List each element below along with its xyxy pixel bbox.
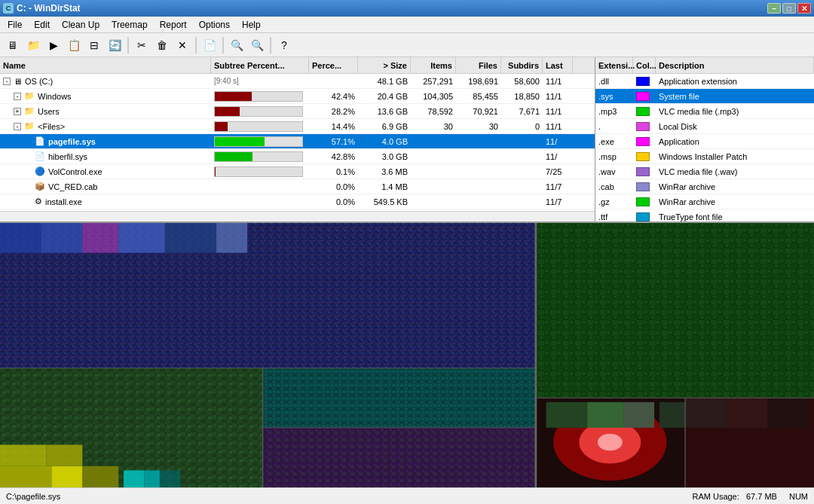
ext-color bbox=[633, 209, 656, 221]
subdirs-cell bbox=[501, 194, 543, 209]
subdirs-cell bbox=[501, 149, 543, 163]
expand-button[interactable]: - bbox=[14, 93, 21, 100]
svg-rect-27 bbox=[587, 402, 623, 428]
col-header-size[interactable]: > Size bbox=[358, 57, 411, 73]
toolbar-button-13[interactable]: 🔍 bbox=[227, 35, 246, 55]
menu-item-edit[interactable]: Edit bbox=[28, 17, 56, 32]
ext-row[interactable]: .cabWinRar archive bbox=[595, 179, 814, 194]
menu-item-file[interactable]: File bbox=[2, 17, 28, 32]
tree-row[interactable]: ⚙install.exe0.0%549.5 KB11/7 bbox=[0, 194, 595, 209]
tree-row[interactable]: 🔵VolControl.exe0.1%3.6 MB7/25 bbox=[0, 164, 595, 179]
toolbar-button-16[interactable]: ? bbox=[274, 35, 294, 55]
toolbar-button-3[interactable]: 📋 bbox=[64, 35, 84, 55]
toolbar-button-1[interactable]: 📁 bbox=[23, 35, 43, 55]
menu-item-options[interactable]: Options bbox=[193, 17, 236, 32]
col-header-subdirs[interactable]: Subdirs bbox=[501, 57, 543, 73]
ext-list-header: Extensi... Col... Description bbox=[595, 57, 814, 74]
ext-row[interactable]: .wavVLC media file (.wav) bbox=[595, 164, 814, 179]
file-name: pagefile.sys bbox=[48, 137, 96, 146]
menu-item-clean-up[interactable]: Clean Up bbox=[56, 17, 106, 32]
ext-desc: Local Disk bbox=[656, 119, 814, 133]
size-cell: 6.9 GB bbox=[358, 119, 411, 133]
subtree-bar-container bbox=[214, 136, 303, 147]
toolbar-button-8[interactable]: 🗑 bbox=[152, 35, 172, 55]
title-bar: C C: - WinDirStat – □ ✕ bbox=[0, 0, 814, 17]
treemap-area[interactable] bbox=[0, 223, 814, 487]
expand-button[interactable]: - bbox=[14, 123, 21, 130]
tree-row[interactable]: 📦VC_RED.cab0.0%1.4 MB11/7 bbox=[0, 179, 595, 194]
toolbar-button-0[interactable]: 🖥 bbox=[3, 35, 23, 55]
tree-row[interactable]: 📄hiberfil.sys42.8%3.0 GB11/ bbox=[0, 149, 595, 164]
ext-row[interactable]: .ttfTrueType font file bbox=[595, 209, 814, 221]
minimize-button[interactable]: – bbox=[767, 3, 781, 14]
ext-row[interactable]: .mspWindows Installer Patch bbox=[595, 149, 814, 164]
ext-row[interactable]: .sysSystem file bbox=[595, 89, 814, 104]
pct-cell bbox=[309, 74, 358, 88]
col-header-pct[interactable]: Perce... bbox=[309, 57, 358, 73]
ext-desc: WinRar archive bbox=[656, 194, 814, 209]
subtree-bar-fill bbox=[215, 92, 252, 101]
ext-name: .mp3 bbox=[595, 104, 633, 118]
toolbar-button-11[interactable]: 📄 bbox=[200, 35, 219, 55]
close-button[interactable]: ✕ bbox=[797, 3, 811, 14]
ext-row[interactable]: .exeApplication bbox=[595, 134, 814, 149]
toolbar-button-5[interactable]: 🔄 bbox=[105, 35, 124, 55]
pct-cell: 0.1% bbox=[309, 164, 358, 179]
toolbar-button-7[interactable]: ✂ bbox=[132, 35, 151, 55]
maximize-button[interactable]: □ bbox=[782, 3, 796, 14]
ext-name: .gz bbox=[595, 194, 633, 209]
subdirs-cell bbox=[501, 179, 543, 194]
svg-rect-15 bbox=[0, 223, 41, 253]
tree-row[interactable]: -🖥OS (C:)[9:40 s]48.1 GB257,291198,69158… bbox=[0, 74, 595, 89]
file-icon: 📁 bbox=[24, 121, 35, 131]
size-cell: 3.6 MB bbox=[358, 164, 411, 179]
toolbar-button-2[interactable]: ▶ bbox=[44, 35, 63, 55]
ext-row[interactable]: .Local Disk bbox=[595, 119, 814, 134]
file-name: hiberfil.sys bbox=[48, 152, 87, 161]
ext-desc: Application bbox=[656, 134, 814, 148]
files-cell bbox=[456, 179, 501, 194]
pct-cell: 42.8% bbox=[309, 149, 358, 163]
toolbar-button-4[interactable]: ⊟ bbox=[84, 35, 104, 55]
col-header-name[interactable]: Name bbox=[0, 57, 211, 73]
svg-rect-9 bbox=[536, 223, 814, 398]
ext-desc: Windows Installer Patch bbox=[656, 149, 814, 163]
expand-button[interactable]: - bbox=[3, 78, 11, 85]
ext-col-header-desc[interactable]: Description bbox=[656, 57, 814, 73]
ext-row[interactable]: .dllApplication extension bbox=[595, 74, 814, 89]
subtree-bar-container bbox=[214, 166, 303, 177]
tree-row[interactable]: +📁Users28.2%13.6 GB78,59270,9217,67111/1 bbox=[0, 104, 595, 119]
menu-item-treemap[interactable]: Treemap bbox=[106, 17, 154, 32]
toolbar-button-9[interactable]: ✕ bbox=[173, 35, 192, 55]
tree-row[interactable]: -📁<Files>14.4%6.9 GB3030011/1 bbox=[0, 119, 595, 134]
ext-col-header-col[interactable]: Col... bbox=[633, 57, 656, 73]
expand-button[interactable]: + bbox=[14, 108, 21, 115]
col-header-items[interactable]: Items bbox=[411, 57, 456, 73]
subtree-bar-fill bbox=[215, 122, 228, 131]
toolbar-button-14[interactable]: 🔍 bbox=[247, 35, 267, 55]
ext-list-body[interactable]: .dllApplication extension.sysSystem file… bbox=[595, 74, 814, 221]
files-cell bbox=[456, 194, 501, 209]
items-cell: 78,592 bbox=[411, 104, 456, 118]
file-icon: 📁 bbox=[24, 91, 35, 101]
file-name: Windows bbox=[38, 92, 72, 101]
svg-rect-22 bbox=[51, 466, 82, 487]
tree-row[interactable]: -📁Windows42.4%20.4 GB104,30585,45518,850… bbox=[0, 89, 595, 104]
ext-row[interactable]: .mp3VLC media file (.mp3) bbox=[595, 104, 814, 119]
menu-item-help[interactable]: Help bbox=[236, 17, 267, 32]
ext-row[interactable]: .gzWinRar archive bbox=[595, 194, 814, 209]
app-icon: C bbox=[3, 3, 14, 14]
file-tree-body[interactable]: -🖥OS (C:)[9:40 s]48.1 GB257,291198,69158… bbox=[0, 74, 595, 211]
col-header-files[interactable]: Files bbox=[456, 57, 501, 73]
menu-item-report[interactable]: Report bbox=[154, 17, 193, 32]
tree-row[interactable]: 📄pagefile.sys57.1%4.0 GB11/ bbox=[0, 134, 595, 149]
col-header-subtree[interactable]: Subtree Percent... bbox=[211, 57, 309, 73]
ext-name: .dll bbox=[595, 74, 633, 88]
files-cell bbox=[456, 134, 501, 148]
last-cell: 11/7 bbox=[543, 179, 573, 194]
svg-rect-30 bbox=[685, 398, 727, 428]
file-tree-hscroll[interactable] bbox=[0, 211, 595, 221]
col-header-last[interactable]: Last bbox=[543, 57, 573, 73]
svg-rect-28 bbox=[623, 402, 654, 428]
ext-col-header-ext[interactable]: Extensi... bbox=[595, 57, 633, 73]
